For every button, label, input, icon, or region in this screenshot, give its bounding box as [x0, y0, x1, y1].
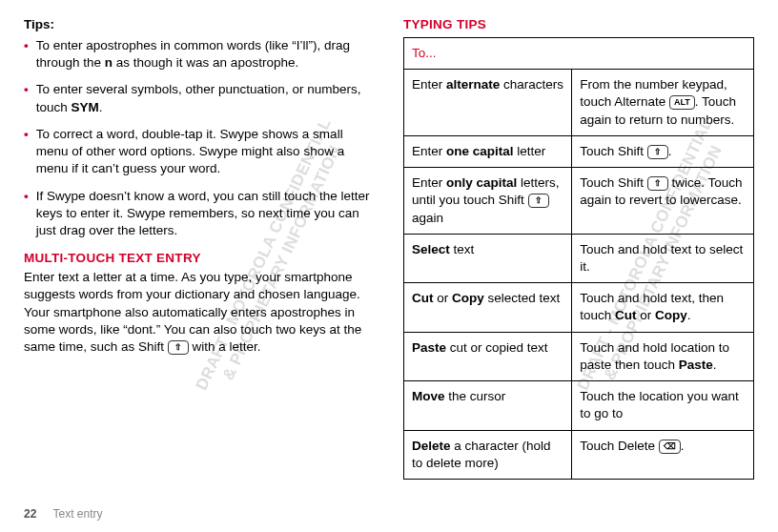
- list-item-text: To enter apostrophes in common words (li…: [36, 37, 375, 72]
- table-row: Enter alternate charactersFrom the numbe…: [404, 70, 754, 136]
- table-cell-action: Enter one capital letter: [404, 135, 572, 167]
- typing-tips-table: To... Enter alternate charactersFrom the…: [403, 37, 754, 480]
- list-item-text: If Swype doesn’t know a word, you can st…: [36, 188, 375, 240]
- list-item-text: To correct a word, double-tap it. Swype …: [36, 126, 375, 178]
- multitouch-paragraph: Enter text a letter at a time. As you ty…: [24, 269, 375, 356]
- list-item: •To enter apostrophes in common words (l…: [24, 37, 375, 72]
- bullet-icon: •: [24, 81, 29, 115]
- table-cell-action: Paste cut or copied text: [404, 332, 572, 380]
- list-item-text: To enter several symbols, other punctuat…: [36, 81, 375, 115]
- table-row: Enter only capital letters, until you to…: [404, 168, 754, 235]
- table-row: Delete a character (hold to delete more)…: [404, 430, 754, 479]
- table-cell-instruction: Touch Delete ⌫.: [572, 430, 754, 479]
- table-cell-action: Enter alternate characters: [404, 70, 572, 136]
- table-header: To...: [404, 38, 754, 70]
- table-row: Paste cut or copied textTouch and hold l…: [404, 332, 754, 380]
- table-cell-instruction: Touch and hold text to select it.: [572, 234, 754, 282]
- key-icon: ⇧: [528, 194, 549, 208]
- key-icon: ALT: [669, 95, 695, 110]
- table-cell-instruction: Touch the location you want to go to: [572, 381, 754, 430]
- multitouch-heading: Multi-touch text entry: [24, 251, 375, 265]
- table-cell-instruction: Touch Shift ⇧.: [572, 135, 754, 167]
- table-row: Enter one capital letterTouch Shift ⇧.: [404, 135, 754, 167]
- section-name: Text entry: [52, 507, 102, 521]
- page-number: 22: [24, 507, 36, 521]
- table-row: Move the cursorTouch the location you wa…: [404, 381, 754, 430]
- table-cell-action: Cut or Copy selected text: [404, 283, 572, 332]
- table-cell-instruction: Touch and hold location to paste then to…: [572, 332, 754, 380]
- table-cell-action: Enter only capital letters, until you to…: [404, 168, 572, 235]
- key-icon: ⇧: [168, 340, 189, 355]
- bullet-icon: •: [24, 37, 29, 72]
- table-row: Cut or Copy selected textTouch and hold …: [404, 283, 754, 332]
- key-icon: ⇧: [647, 176, 668, 191]
- bullet-icon: •: [24, 126, 29, 178]
- key-icon: ⌫: [659, 440, 681, 454]
- table-cell-instruction: From the number keypad, touch Alternate …: [572, 70, 754, 136]
- typing-tips-body: Enter alternate charactersFrom the numbe…: [404, 70, 754, 480]
- list-item: •To enter several symbols, other punctua…: [24, 81, 375, 115]
- table-cell-action: Delete a character (hold to delete more): [404, 430, 572, 479]
- table-cell-instruction: Touch Shift ⇧ twice. Touch again to reve…: [572, 168, 754, 235]
- typing-tips-heading: Typing tips: [403, 17, 754, 31]
- list-item: •If Swype doesn’t know a word, you can s…: [24, 188, 375, 240]
- page-footer: 22 Text entry: [24, 507, 103, 521]
- key-icon: ⇧: [647, 145, 668, 159]
- table-row: Select textTouch and hold text to select…: [404, 234, 754, 282]
- table-cell-action: Select text: [404, 234, 572, 282]
- bullet-icon: •: [24, 188, 29, 240]
- list-item: •To correct a word, double-tap it. Swype…: [24, 126, 375, 178]
- table-cell-action: Move the cursor: [404, 381, 572, 430]
- tips-list: •To enter apostrophes in common words (l…: [24, 37, 375, 239]
- table-cell-instruction: Touch and hold text, then touch Cut or C…: [572, 283, 754, 332]
- tips-label: Tips:: [24, 17, 375, 31]
